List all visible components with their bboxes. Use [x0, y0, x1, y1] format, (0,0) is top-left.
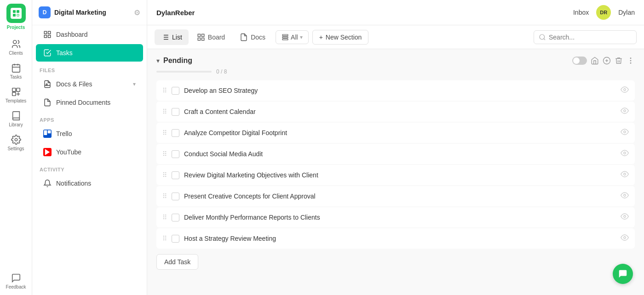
tab-list[interactable]: List: [155, 29, 189, 45]
eye-icon[interactable]: [621, 85, 629, 96]
search-icon: [539, 34, 546, 41]
task-label: Conduct Social Media Audit: [184, 150, 616, 158]
drag-handle[interactable]: ⠿: [162, 214, 167, 221]
task-checkbox[interactable]: [172, 214, 179, 221]
svg-rect-7: [12, 65, 20, 73]
svg-point-49: [624, 152, 626, 154]
drag-handle[interactable]: ⠿: [162, 171, 167, 179]
task-checkbox[interactable]: [172, 108, 179, 116]
delete-icon[interactable]: [615, 57, 623, 65]
task-checkbox[interactable]: [172, 193, 179, 200]
project-settings-icon[interactable]: ⚙: [134, 8, 140, 17]
tab-board[interactable]: Board: [190, 29, 231, 45]
chat-bubble[interactable]: [613, 264, 633, 284]
eye-icon[interactable]: [621, 107, 629, 117]
sidebar-item-library[interactable]: Library: [0, 107, 32, 131]
svg-rect-0: [13, 10, 16, 13]
eye-icon[interactable]: [621, 212, 629, 222]
task-label: Review Digital Marketing Objectives with…: [184, 171, 616, 179]
progress-container: 0 / 8: [156, 68, 635, 75]
search-input[interactable]: [549, 34, 632, 41]
svg-rect-35: [282, 34, 288, 36]
task-label: Deliver Monthly Performance Reports to C…: [184, 214, 616, 221]
task-row: ⠿ Host a Strategy Review Meeting: [156, 228, 635, 249]
nav-tasks-label: Tasks: [56, 49, 73, 57]
task-label: Analyze Competitor Digital Footprint: [184, 129, 616, 136]
project-header-left: D Digital Marketing: [39, 6, 106, 18]
app-logo[interactable]: [6, 4, 26, 23]
task-row: ⠿ Craft a Content Calendar: [156, 102, 635, 122]
eye-icon[interactable]: [621, 170, 629, 180]
trello-icon: [43, 130, 52, 138]
nav-tasks[interactable]: Tasks: [36, 44, 143, 62]
nav-pinned-docs-label: Pinned Documents: [56, 99, 110, 106]
drag-handle[interactable]: ⠿: [162, 150, 167, 158]
sidebar-item-templates[interactable]: Templates: [0, 83, 32, 107]
toggle-knob: [573, 57, 580, 64]
pending-controls: [572, 57, 635, 65]
user-avatar[interactable]: DR: [596, 5, 611, 20]
add-icon[interactable]: [603, 57, 611, 65]
task-checkbox[interactable]: [172, 171, 179, 179]
youtube-icon: [43, 148, 52, 156]
more-options-icon[interactable]: [627, 57, 635, 65]
eye-icon[interactable]: [621, 233, 629, 244]
svg-point-44: [630, 60, 631, 61]
sidebar-item-settings[interactable]: Settings: [0, 131, 32, 155]
nav-docs-files[interactable]: Docs & Files ▾: [36, 75, 143, 93]
inbox-button[interactable]: Inbox: [573, 9, 589, 16]
all-chevron-icon: ▾: [300, 34, 303, 40]
svg-point-6: [13, 40, 16, 44]
svg-marker-24: [45, 149, 50, 155]
nav-dashboard-label: Dashboard: [56, 31, 88, 38]
chevron-down-icon: ▾: [133, 81, 136, 87]
svg-point-21: [46, 84, 47, 85]
new-section-button[interactable]: + New Section: [312, 30, 369, 45]
task-label: Host a Strategy Review Meeting: [184, 235, 616, 242]
svg-rect-23: [48, 130, 51, 134]
task-checkbox[interactable]: [172, 150, 179, 158]
nav-notifications[interactable]: Notifications: [36, 175, 143, 192]
sidebar-item-clients[interactable]: Clients: [0, 35, 32, 59]
svg-rect-34: [198, 38, 200, 40]
svg-rect-31: [198, 34, 200, 36]
tab-bar: List Board Docs All ▾: [147, 25, 644, 49]
progress-text: 0 / 8: [216, 68, 227, 75]
nav-dashboard[interactable]: Dashboard: [36, 26, 143, 43]
nav-trello-label: Trello: [56, 130, 72, 137]
pending-toggle[interactable]: [572, 57, 587, 65]
task-checkbox[interactable]: [172, 129, 179, 137]
nav-pinned-docs[interactable]: Pinned Documents: [36, 94, 143, 111]
drag-handle[interactable]: ⠿: [162, 87, 167, 94]
eye-icon[interactable]: [621, 128, 629, 138]
task-area: ▾ Pending: [147, 49, 644, 295]
all-filter-button[interactable]: All ▾: [276, 30, 309, 44]
task-checkbox[interactable]: [172, 235, 179, 243]
pending-section-header: ▾ Pending: [156, 57, 635, 65]
nav-docs-files-label: Docs & Files: [56, 80, 92, 88]
home-icon[interactable]: [591, 57, 599, 65]
icon-sidebar: Projects Clients Tasks Templates Li: [0, 0, 32, 295]
add-task-button[interactable]: Add Task: [156, 254, 198, 270]
top-header: DylanReber Inbox DR Dylan: [147, 0, 644, 25]
task-checkbox[interactable]: [172, 87, 179, 95]
drag-handle[interactable]: ⠿: [162, 235, 167, 242]
apps-section-label: APPS: [32, 112, 147, 125]
svg-rect-13: [12, 92, 15, 96]
nav-youtube[interactable]: YouTube: [36, 143, 143, 161]
activity-section-label: ACTIVITY: [32, 161, 147, 174]
eye-icon[interactable]: [621, 149, 629, 159]
nav-trello[interactable]: Trello: [36, 125, 143, 142]
sidebar-item-tasks[interactable]: Tasks: [0, 59, 32, 83]
drag-handle[interactable]: ⠿: [162, 108, 167, 115]
eye-icon[interactable]: [621, 191, 629, 201]
user-name-label: Dylan: [618, 9, 635, 16]
svg-point-16: [15, 138, 17, 141]
drag-handle[interactable]: ⠿: [162, 129, 167, 136]
pending-collapse-arrow[interactable]: ▾: [156, 57, 160, 64]
feedback-button[interactable]: Feedback: [0, 267, 32, 295]
drag-handle[interactable]: ⠿: [162, 193, 167, 200]
task-label: Craft a Content Calendar: [184, 108, 616, 115]
tab-docs[interactable]: Docs: [233, 29, 272, 45]
svg-rect-12: [16, 88, 19, 91]
